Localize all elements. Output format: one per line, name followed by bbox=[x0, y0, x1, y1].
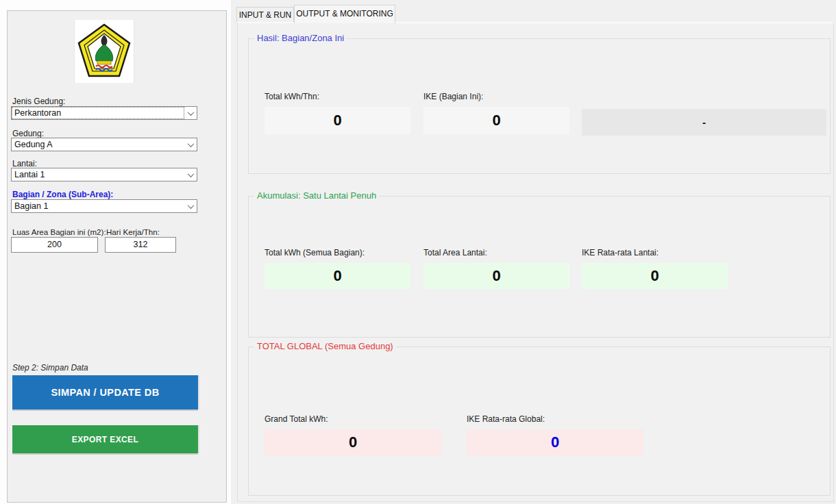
total-global-group-title: TOTAL GLOBAL (Semua Gedung) bbox=[254, 341, 396, 351]
ike-rata-rata-global-label: IKE Rata-rata Global: bbox=[467, 414, 545, 424]
application-window: Jenis Gedung: Perkantoran Gedung: Gedung… bbox=[0, 0, 836, 504]
step2-label: Step 2: Simpan Data bbox=[12, 363, 88, 373]
jenis-gedung-dropdown[interactable]: Perkantoran bbox=[11, 106, 197, 120]
chevron-down-icon bbox=[184, 168, 197, 181]
bagian-zona-dropdown[interactable]: Bagian 1 bbox=[11, 199, 197, 213]
lantai-dropdown[interactable]: Lantai 1 bbox=[11, 168, 197, 181]
input-sidebar-panel: Jenis Gedung: Perkantoran Gedung: Gedung… bbox=[7, 10, 227, 503]
status-classification-value: - bbox=[582, 109, 826, 136]
hari-kerja-label: Hari Kerja/Thn: bbox=[106, 227, 160, 236]
chevron-down-icon bbox=[184, 138, 197, 151]
untirta-pentagon-logo-icon bbox=[77, 23, 132, 80]
ike-rata-rata-lantai-label: IKE Rata-rata Lantai: bbox=[582, 248, 659, 257]
hasil-group-title: Hasil: Bagian/Zona Ini bbox=[254, 33, 347, 43]
jenis-gedung-label: Jenis Gedung: bbox=[12, 97, 65, 106]
hari-kerja-input[interactable]: 312 bbox=[105, 237, 176, 253]
grand-total-kwh-value: 0 bbox=[265, 429, 441, 455]
simpan-update-db-button[interactable]: SIMPAN / UPDATE DB bbox=[12, 375, 198, 410]
tab-output-and-monitoring[interactable]: OUTPUT & MONITORING bbox=[294, 5, 395, 23]
total-area-lantai-label: Total Area Lantai: bbox=[423, 248, 487, 257]
export-excel-button[interactable]: EXPORT EXCEL bbox=[12, 425, 198, 453]
chevron-down-icon bbox=[184, 107, 197, 119]
tab-control: INPUT & RUN OUTPUT & MONITORING Hasil: B… bbox=[231, 0, 836, 504]
akumulasi-group-title: Akumulasi: Satu Lantai Penuh bbox=[254, 190, 379, 201]
output-monitoring-tabpage: Hasil: Bagian/Zona Ini Total kWh/Thn: 0 … bbox=[237, 22, 834, 502]
gedung-selected-value: Gedung A bbox=[14, 140, 53, 149]
lantai-label: Lantai: bbox=[12, 159, 37, 168]
ike-bagian-ini-label: IKE (Bagian Ini): bbox=[423, 92, 483, 101]
total-area-lantai-value: 0 bbox=[423, 263, 569, 289]
ike-bagian-ini-value: 0 bbox=[423, 107, 569, 134]
gedung-dropdown[interactable]: Gedung A bbox=[11, 138, 197, 151]
lantai-selected-value: Lantai 1 bbox=[14, 170, 45, 179]
university-logo bbox=[74, 20, 134, 83]
bagian-zona-label: Bagian / Zona (Sub-Area): bbox=[12, 190, 113, 199]
luas-area-input[interactable]: 200 bbox=[11, 237, 98, 253]
total-kwh-thn-value: 0 bbox=[265, 107, 410, 134]
hasil-groupbox: Hasil: Bagian/Zona Ini Total kWh/Thn: 0 … bbox=[248, 38, 831, 174]
chevron-down-icon bbox=[184, 200, 197, 212]
ike-rata-rata-global-value: 0 bbox=[467, 429, 643, 455]
total-kwh-thn-label: Total kWh/Thn: bbox=[265, 92, 319, 101]
bagian-zona-selected-value: Bagian 1 bbox=[14, 201, 48, 211]
akumulasi-groupbox: Akumulasi: Satu Lantai Penuh Total kWh (… bbox=[248, 196, 831, 338]
gedung-label: Gedung: bbox=[12, 129, 44, 138]
total-global-groupbox: TOTAL GLOBAL (Semua Gedung) Grand Total … bbox=[248, 346, 831, 496]
luas-area-label: Luas Area Bagian ini (m2): bbox=[12, 227, 106, 236]
total-kwh-semua-bagian-value: 0 bbox=[265, 263, 410, 289]
ike-rata-rata-lantai-value: 0 bbox=[582, 263, 728, 289]
grand-total-kwh-label: Grand Total kWh: bbox=[265, 414, 328, 424]
total-kwh-semua-bagian-label: Total kWh (Semua Bagian): bbox=[265, 248, 365, 257]
focus-rectangle bbox=[12, 108, 184, 118]
tab-input-and-run[interactable]: INPUT & RUN bbox=[236, 7, 294, 22]
